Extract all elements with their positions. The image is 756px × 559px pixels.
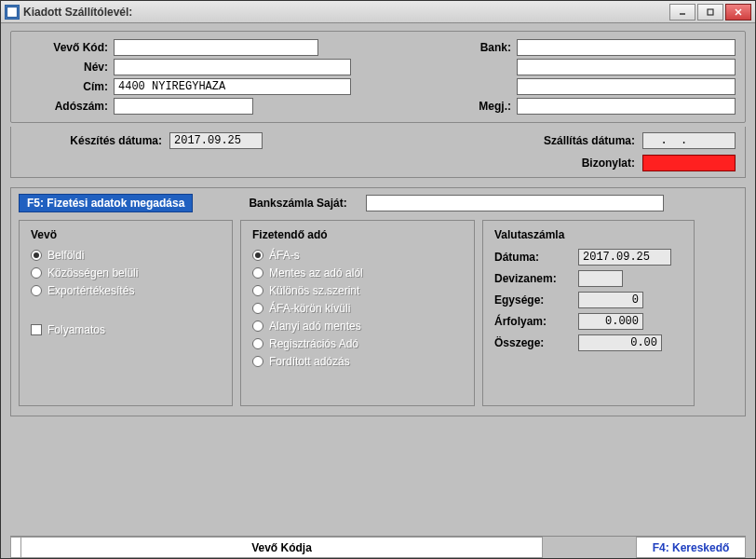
vevo-kod-input[interactable] bbox=[114, 39, 318, 56]
checkbox-icon bbox=[31, 324, 42, 335]
radio-icon bbox=[252, 320, 263, 332]
statusbar-left bbox=[10, 537, 21, 558]
radio-icon bbox=[252, 303, 263, 314]
keszites-label: Készítés dátuma: bbox=[20, 134, 169, 147]
valuta-datum-label: Dátuma: bbox=[494, 251, 578, 264]
osszege-label: Összege: bbox=[494, 336, 578, 349]
radio-icon bbox=[252, 267, 263, 279]
window-title: Kiadott Szállítólevél: bbox=[23, 6, 669, 19]
maximize-button[interactable] bbox=[697, 4, 723, 20]
nev-input[interactable] bbox=[114, 59, 351, 75]
dates-panel: Készítés dátuma: Szállítás dátuma: Bizon… bbox=[10, 127, 746, 178]
cim-input[interactable] bbox=[114, 78, 351, 95]
valuta-group: Valutaszámla Dátuma: Devizanem: Egysége: bbox=[482, 220, 695, 406]
radio-icon bbox=[252, 338, 263, 349]
szallitas-label: Szállítás dátuma: bbox=[521, 134, 642, 147]
devizanem-input[interactable] bbox=[578, 270, 623, 287]
titlebar[interactable]: Kiadott Szállítólevél: bbox=[1, 1, 755, 23]
statusbar-message: Vevő Kódja bbox=[21, 537, 543, 558]
ado-radio-kulonos[interactable]: Különös sz.szerint bbox=[252, 284, 463, 297]
bizonylat-label: Bizonylat: bbox=[521, 157, 642, 170]
ado-legend: Fizetendő adó bbox=[252, 228, 463, 241]
arfolyam-label: Árfolyam: bbox=[494, 315, 578, 328]
folyamatos-checkbox[interactable]: Folyamatos bbox=[31, 323, 221, 336]
radio-icon bbox=[31, 285, 42, 296]
svg-rect-2 bbox=[708, 9, 713, 15]
ado-radio-alanyi[interactable]: Alanyi adó mentes bbox=[252, 320, 463, 333]
radio-icon bbox=[252, 250, 263, 261]
f4-button[interactable]: F4: Kereskedő bbox=[636, 537, 746, 558]
radio-icon bbox=[252, 285, 263, 296]
bank-input-2[interactable] bbox=[517, 59, 736, 75]
osszege-input[interactable] bbox=[578, 334, 662, 351]
egysege-label: Egysége: bbox=[494, 293, 578, 307]
vevo-group: Vevö Belföldi Közösségen belüli Exportér… bbox=[19, 220, 233, 406]
keszites-input[interactable] bbox=[169, 132, 263, 149]
ado-radio-afas[interactable]: ÁFA-s bbox=[252, 249, 463, 262]
devizanem-label: Devizanem: bbox=[494, 272, 578, 285]
bizonylat-input[interactable] bbox=[642, 155, 736, 171]
f5-button[interactable]: F5: Fizetési adatok megadása bbox=[19, 194, 193, 212]
vevo-radio-export[interactable]: Exportértékesítés bbox=[31, 284, 221, 297]
radio-icon bbox=[31, 267, 42, 279]
radio-icon bbox=[252, 356, 263, 367]
megj-input[interactable] bbox=[517, 98, 736, 115]
megj-label: Megj.: bbox=[466, 100, 517, 113]
vevo-legend: Vevö bbox=[31, 228, 221, 241]
valuta-legend: Valutaszámla bbox=[494, 228, 682, 241]
bank-input-1[interactable] bbox=[517, 39, 736, 56]
bankszamla-label: Bankszámla Saját: bbox=[249, 197, 346, 210]
adoszam-label: Adószám: bbox=[20, 100, 114, 113]
bankszamla-input[interactable] bbox=[366, 195, 664, 211]
arfolyam-input[interactable] bbox=[578, 313, 643, 330]
adoszam-input[interactable] bbox=[114, 98, 253, 115]
app-icon bbox=[5, 5, 20, 20]
svg-rect-0 bbox=[7, 7, 17, 17]
client-area: Vevő Kód: Bank: Név: Cím: Adószám: Megj.… bbox=[1, 23, 755, 558]
nev-label: Név: bbox=[20, 61, 114, 74]
vevo-radio-kozossegen[interactable]: Közösségen belüli bbox=[31, 266, 221, 280]
ado-group: Fizetendő adó ÁFA-s Mentes az adó alól K… bbox=[240, 220, 475, 406]
statusbar: Vevő Kódja F4: Kereskedő bbox=[10, 536, 746, 558]
radio-icon bbox=[31, 250, 42, 261]
vevo-kod-label: Vevő Kód: bbox=[20, 41, 114, 54]
valuta-datum-input[interactable] bbox=[578, 249, 671, 266]
szallitas-input[interactable] bbox=[642, 132, 736, 149]
app-window: Kiadott Szállítólevél: Vevő Kód: Bank: N… bbox=[0, 0, 756, 559]
bank-label: Bank: bbox=[466, 41, 517, 54]
customer-form: Vevő Kód: Bank: Név: Cím: Adószám: Megj.… bbox=[10, 31, 746, 123]
minimize-button[interactable] bbox=[669, 4, 695, 20]
ado-radio-forditott[interactable]: Fordított adózás bbox=[252, 355, 463, 368]
ado-radio-mentes[interactable]: Mentes az adó alól bbox=[252, 266, 463, 280]
bank-input-3[interactable] bbox=[517, 78, 736, 95]
close-button[interactable] bbox=[725, 4, 751, 20]
ado-radio-regisztracios[interactable]: Regisztrációs Adó bbox=[252, 337, 463, 350]
ado-radio-koron[interactable]: ÁFA-körön kívüli bbox=[252, 302, 463, 315]
payment-panel: F5: Fizetési adatok megadása Bankszámla … bbox=[10, 187, 746, 416]
egysege-input[interactable] bbox=[578, 292, 643, 308]
cim-label: Cím: bbox=[20, 80, 114, 93]
vevo-radio-belfoldi[interactable]: Belföldi bbox=[31, 249, 221, 262]
